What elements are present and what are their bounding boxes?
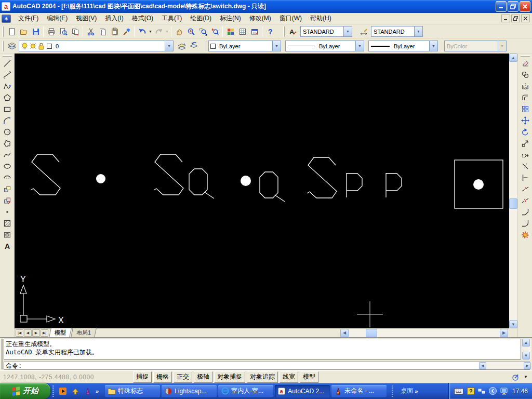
designcenter-icon[interactable] — [248, 25, 260, 37]
command-horizontal-scrollbar[interactable]: ◀ ▶ — [479, 362, 531, 369]
layer-select[interactable]: 0 ▼ — [19, 41, 174, 51]
task-folder[interactable]: 特殊标志 — [105, 385, 160, 397]
tool-palettes-icon[interactable] — [236, 25, 248, 37]
rectangle-icon[interactable] — [1, 103, 14, 115]
pan-icon[interactable] — [173, 25, 185, 37]
break-icon[interactable] — [519, 195, 531, 206]
scroll-up-icon[interactable]: ▲ — [522, 339, 530, 347]
paste-icon[interactable] — [109, 25, 121, 37]
help-icon[interactable]: ? — [264, 25, 276, 37]
clock[interactable]: 17:46 — [512, 388, 528, 395]
stretch-icon[interactable] — [519, 149, 531, 161]
polyline-icon[interactable] — [1, 81, 14, 92]
color-select[interactable]: ByLayer ▼ — [208, 41, 281, 51]
point-icon[interactable] — [1, 206, 14, 218]
undo-icon[interactable] — [136, 25, 148, 37]
command-vertical-scrollbar[interactable]: ▲ ▼ — [522, 339, 531, 360]
statusbar-menu-icon[interactable]: ▼ — [524, 375, 528, 379]
text-style-icon[interactable]: A — [287, 25, 299, 37]
trim-icon[interactable] — [519, 161, 531, 172]
media-player-icon[interactable] — [58, 387, 68, 396]
toolbar-grip[interactable] — [3, 55, 12, 57]
menu-view[interactable]: 视图(V) — [72, 12, 101, 24]
array-icon[interactable] — [519, 103, 531, 115]
scroll-down-icon[interactable]: ▼ — [509, 320, 517, 328]
toolbar-grip[interactable] — [283, 26, 285, 37]
layer-on-bulb-icon[interactable] — [21, 42, 29, 50]
ime-help-icon[interactable]: ? — [467, 388, 474, 395]
zoom-previous-icon[interactable] — [209, 25, 221, 37]
circle-icon[interactable] — [1, 126, 14, 138]
toolbar-grip[interactable] — [521, 55, 530, 57]
ellipse-icon[interactable] — [1, 161, 14, 172]
ellipse-arc-icon[interactable] — [1, 172, 14, 183]
insert-block-icon[interactable] — [1, 183, 14, 195]
quicklaunch-overflow-icon[interactable]: » — [96, 388, 99, 394]
vertical-scrollbar-thumb[interactable] — [509, 198, 517, 209]
toggle-osnap[interactable]: 对象捕捉 — [214, 371, 245, 383]
scroll-right-icon[interactable]: ▶ — [524, 362, 531, 369]
menu-insert[interactable]: 插入(I) — [101, 12, 127, 24]
toolbar-grip[interactable] — [205, 41, 206, 51]
toggle-ortho[interactable]: 正交 — [174, 371, 192, 383]
task-autocad[interactable]: a AutoCAD 2... — [275, 385, 330, 397]
scroll-right-icon[interactable]: ▶ — [500, 329, 508, 337]
layer-freeze-sun-icon[interactable] — [29, 42, 37, 50]
keyboard-ime-icon[interactable] — [454, 388, 463, 394]
dim-style-select[interactable]: STANDARD ▼ — [371, 26, 423, 37]
linetype-select[interactable]: ByLayer ▼ — [285, 41, 364, 51]
show-desktop-icon[interactable] — [71, 387, 80, 396]
chevron-down-icon[interactable]: ▼ — [355, 41, 364, 51]
toggle-otrack[interactable]: 对象追踪 — [247, 371, 278, 383]
erase-icon[interactable] — [519, 58, 531, 69]
menu-draw[interactable]: 绘图(D) — [186, 12, 216, 24]
dim-style-icon[interactable] — [357, 25, 369, 37]
tab-layout1[interactable]: 布局1 — [71, 328, 97, 338]
region-icon[interactable] — [1, 229, 14, 241]
horizontal-scrollbar[interactable]: ◀ ▶ — [340, 329, 508, 337]
menu-modify[interactable]: 修改(M) — [245, 12, 275, 24]
close-button[interactable] — [520, 1, 530, 12]
make-object-layer-current-icon[interactable] — [176, 40, 188, 52]
offset-icon[interactable] — [519, 92, 531, 103]
redo-dropdown-icon[interactable]: ▼ — [165, 25, 169, 37]
arc-icon[interactable] — [1, 115, 14, 126]
child-close-button[interactable] — [521, 15, 530, 22]
desktop-band-grip[interactable] — [392, 385, 393, 397]
lineweight-select[interactable]: ByLayer ▼ — [368, 41, 438, 51]
drawing-canvas[interactable]: Y X — [15, 54, 509, 328]
construction-line-icon[interactable] — [1, 69, 14, 81]
copy-object-icon[interactable] — [519, 69, 531, 81]
layer-previous-icon[interactable] — [188, 40, 200, 52]
scroll-up-icon[interactable]: ▲ — [509, 54, 517, 62]
move-icon[interactable] — [519, 115, 531, 126]
horizontal-scrollbar-thumb[interactable] — [366, 329, 377, 337]
minimize-button[interactable] — [496, 1, 507, 12]
publish-icon[interactable] — [69, 25, 81, 37]
tab-next-icon[interactable]: ▶ — [32, 329, 40, 337]
chevron-down-icon[interactable]: ▼ — [165, 41, 173, 51]
match-properties-icon[interactable] — [121, 25, 132, 37]
menu-edit[interactable]: 编辑(E) — [43, 12, 72, 24]
tab-last-icon[interactable]: ▶| — [41, 329, 48, 337]
multiline-text-icon[interactable]: A — [1, 241, 14, 252]
open-icon[interactable] — [18, 25, 30, 37]
text-style-select[interactable]: STANDARD ▼ — [300, 26, 352, 37]
command-prompt[interactable]: 命令: — [4, 362, 530, 370]
menu-help[interactable]: 帮助(H) — [306, 12, 336, 24]
plot-preview-icon[interactable] — [57, 25, 69, 37]
command-history[interactable]: 正在重生成模型。 AutoCAD 菜单实用程序已加载。 — [4, 339, 521, 360]
properties-icon[interactable] — [224, 25, 236, 37]
network-status-icon[interactable] — [478, 388, 485, 394]
copy-clip-icon[interactable] — [97, 25, 109, 37]
vertical-scrollbar[interactable]: ▲ ▼ — [509, 54, 517, 328]
coordinates-readout[interactable]: 1247.1008, -275.4488, 0.0000 — [0, 374, 104, 381]
document-icon[interactable]: ✶ — [2, 15, 11, 23]
restore-button[interactable] — [508, 1, 518, 12]
chevron-down-icon[interactable]: ▼ — [429, 41, 437, 51]
tab-prev-icon[interactable]: ◀ — [24, 329, 32, 337]
break-at-point-icon[interactable] — [519, 183, 531, 195]
display-settings-icon[interactable] — [500, 388, 509, 395]
chamfer-icon[interactable] — [519, 206, 531, 218]
toggle-model[interactable]: 模型 — [300, 371, 318, 383]
